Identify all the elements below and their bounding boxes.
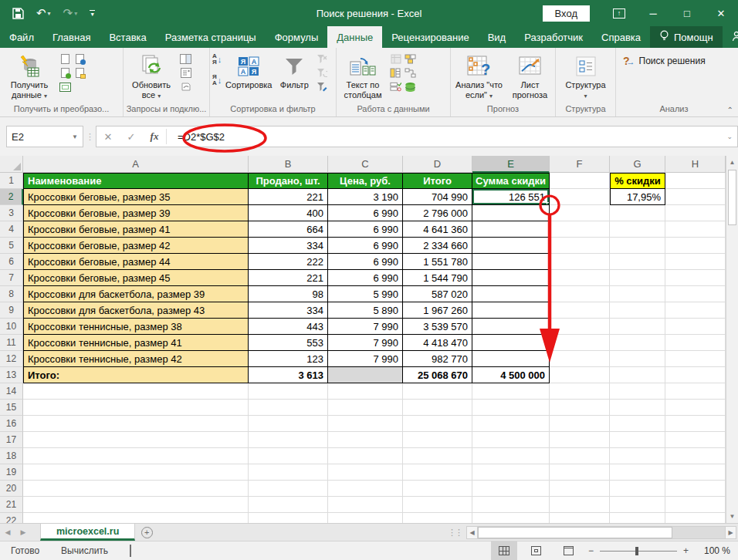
cell-A19[interactable] <box>23 464 249 481</box>
forecast-sheet-button[interactable]: Лист прогноза <box>508 52 553 100</box>
edit-links-icon[interactable] <box>180 81 191 93</box>
recent-sources-icon[interactable] <box>74 53 86 65</box>
row-header-19[interactable]: 19 <box>0 464 23 481</box>
column-header-C[interactable]: C <box>328 156 403 173</box>
ribbon-tab-данные[interactable]: Данные <box>327 26 382 48</box>
reapply-filter-icon[interactable] <box>316 67 327 79</box>
cell-D21[interactable] <box>403 497 472 513</box>
ribbon-tab-file[interactable]: Файл <box>0 26 43 48</box>
cell-C9[interactable]: 5 890 <box>328 302 403 319</box>
cell-B1[interactable]: Продано, шт. <box>249 173 328 189</box>
cell-D13[interactable]: 25 068 670 <box>403 367 472 383</box>
cell-A15[interactable] <box>23 400 249 416</box>
cell-G1[interactable]: % скидки <box>610 173 665 189</box>
clear-filter-icon[interactable] <box>316 53 327 65</box>
ribbon-tab-разработчик[interactable]: Разработчик <box>515 26 592 48</box>
row-header-15[interactable]: 15 <box>0 400 23 416</box>
cell-H3[interactable] <box>665 205 726 221</box>
remove-duplicates-icon[interactable] <box>390 67 401 79</box>
cell-A16[interactable] <box>23 416 249 432</box>
from-table-icon[interactable] <box>59 81 71 93</box>
cell-E7[interactable] <box>472 270 550 286</box>
cell-E21[interactable] <box>472 497 550 513</box>
row-header-21[interactable]: 21 <box>0 497 23 513</box>
cell-B11[interactable]: 553 <box>249 335 328 351</box>
undo-icon[interactable]: ↶▾ <box>36 6 51 20</box>
ribbon-tab-формулы[interactable]: Формулы <box>266 26 328 48</box>
cell-D15[interactable] <box>403 400 472 416</box>
name-box[interactable]: E2 ▼ <box>6 126 83 147</box>
zoom-level[interactable]: 100 % <box>695 545 730 556</box>
cancel-icon[interactable]: ✕ <box>96 131 120 143</box>
name-box-dropdown-icon[interactable]: ▼ <box>67 133 78 140</box>
cell-G9[interactable] <box>610 302 665 319</box>
horizontal-scroll-thumb[interactable] <box>478 527 672 538</box>
ribbon-tab-вид[interactable]: Вид <box>479 26 516 48</box>
row-header-11[interactable]: 11 <box>0 335 23 351</box>
vertical-scroll-thumb[interactable] <box>728 170 736 225</box>
cell-B2[interactable]: 221 <box>249 189 328 205</box>
cell-A21[interactable] <box>23 497 249 513</box>
cell-E9[interactable] <box>472 302 550 319</box>
row-header-16[interactable]: 16 <box>0 416 23 432</box>
cell-C10[interactable]: 7 990 <box>328 319 403 335</box>
page-break-view-button[interactable] <box>556 541 582 560</box>
cell-F16[interactable] <box>550 416 610 432</box>
enter-icon[interactable]: ✓ <box>120 131 143 143</box>
row-header-10[interactable]: 10 <box>0 319 23 335</box>
cell-F8[interactable] <box>550 286 610 302</box>
row-header-12[interactable]: 12 <box>0 351 23 367</box>
cell-F3[interactable] <box>550 205 610 221</box>
cell-G19[interactable] <box>610 464 665 481</box>
cell-C8[interactable]: 5 990 <box>328 286 403 302</box>
cell-H14[interactable] <box>665 383 726 400</box>
cell-C6[interactable]: 6 990 <box>328 254 403 270</box>
cell-G15[interactable] <box>610 400 665 416</box>
cell-B20[interactable] <box>249 481 328 497</box>
cell-C21[interactable] <box>328 497 403 513</box>
zoom-out-icon[interactable]: − <box>588 545 594 556</box>
customize-qat-icon[interactable]: ▼ <box>90 10 95 17</box>
cell-E1[interactable]: Сумма скидки <box>472 173 550 189</box>
cell-G13[interactable] <box>610 367 665 383</box>
cell-D7[interactable]: 1 544 790 <box>403 270 472 286</box>
cell-D6[interactable]: 1 551 780 <box>403 254 472 270</box>
cell-D12[interactable]: 982 770 <box>403 351 472 367</box>
cell-D4[interactable]: 4 641 360 <box>403 221 472 238</box>
column-header-E[interactable]: E <box>472 156 550 173</box>
properties-icon[interactable] <box>180 67 191 79</box>
cell-D5[interactable]: 2 334 660 <box>403 238 472 254</box>
cell-A13[interactable]: Итого: <box>23 367 249 383</box>
cell-F21[interactable] <box>550 497 610 513</box>
refresh-all-button[interactable]: Обновить все ▾ <box>126 52 177 101</box>
cell-H12[interactable] <box>665 351 726 367</box>
row-header-7[interactable]: 7 <box>0 270 23 286</box>
cell-B6[interactable]: 222 <box>249 254 328 270</box>
cell-D1[interactable]: Итого <box>403 173 472 189</box>
macro-record-icon[interactable] <box>119 545 142 556</box>
cell-B5[interactable]: 334 <box>249 238 328 254</box>
cell-E18[interactable] <box>472 448 550 464</box>
formula-input[interactable]: =D2*$G$2 <box>178 131 225 143</box>
cell-D10[interactable]: 3 539 570 <box>403 319 472 335</box>
cell-B19[interactable] <box>249 464 328 481</box>
scroll-up-icon[interactable]: ▲ <box>726 156 738 169</box>
scroll-right-icon[interactable]: ▶ <box>725 526 736 539</box>
data-validation-icon[interactable] <box>390 81 401 93</box>
cell-C14[interactable] <box>328 383 403 400</box>
row-header-8[interactable]: 8 <box>0 286 23 302</box>
ribbon-display-options-icon[interactable]: ↑ <box>602 0 636 26</box>
cell-D11[interactable]: 4 418 470 <box>403 335 472 351</box>
cell-C3[interactable]: 6 990 <box>328 205 403 221</box>
cell-C7[interactable]: 6 990 <box>328 270 403 286</box>
cell-H4[interactable] <box>665 221 726 238</box>
cell-A2[interactable]: Кроссовки беговые, размер 35 <box>23 189 249 205</box>
sort-descending-icon[interactable]: ЯА↓ <box>212 74 222 86</box>
queries-pane-icon[interactable] <box>180 53 191 65</box>
cell-E4[interactable] <box>472 221 550 238</box>
cell-H15[interactable] <box>665 400 726 416</box>
sheet-nav-right-icon[interactable]: ▶ <box>15 524 31 541</box>
relationships-icon[interactable] <box>405 67 416 79</box>
cell-B10[interactable]: 443 <box>249 319 328 335</box>
zoom-slider[interactable] <box>600 551 677 552</box>
